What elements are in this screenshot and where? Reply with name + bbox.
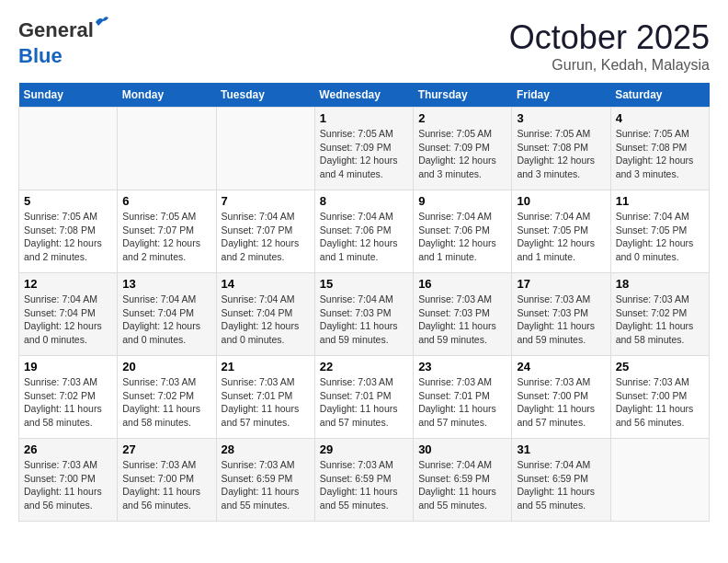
day-header-friday: Friday (512, 83, 610, 108)
calendar-cell: 29Sunrise: 7:03 AMSunset: 6:59 PMDayligh… (314, 439, 413, 522)
month-title: October 2025 (509, 18, 710, 57)
calendar-cell: 7Sunrise: 7:04 AMSunset: 7:07 PMDaylight… (216, 190, 314, 273)
cell-content: Sunrise: 7:04 AMSunset: 7:04 PMDaylight:… (222, 293, 310, 347)
cell-content: Sunrise: 7:04 AMSunset: 7:04 PMDaylight:… (24, 293, 112, 347)
calendar-cell: 4Sunrise: 7:05 AMSunset: 7:08 PMDaylight… (610, 108, 709, 190)
cell-content: Sunrise: 7:05 AMSunset: 7:08 PMDaylight:… (24, 210, 112, 264)
calendar-cell (19, 108, 118, 190)
cell-content: Sunrise: 7:03 AMSunset: 7:00 PMDaylight:… (616, 375, 704, 430)
cell-content: Sunrise: 7:03 AMSunset: 7:00 PMDaylight:… (517, 375, 605, 430)
day-number: 13 (122, 277, 210, 291)
cell-content: Sunrise: 7:04 AMSunset: 7:06 PMDaylight:… (418, 210, 506, 264)
calendar-week-row: 5Sunrise: 7:05 AMSunset: 7:08 PMDaylight… (19, 190, 710, 273)
calendar-cell: 8Sunrise: 7:04 AMSunset: 7:06 PMDaylight… (314, 190, 413, 273)
calendar-cell: 10Sunrise: 7:04 AMSunset: 7:05 PMDayligh… (512, 190, 610, 273)
calendar-cell (216, 108, 314, 190)
day-number: 12 (24, 277, 112, 291)
day-number: 31 (517, 442, 605, 456)
cell-content: Sunrise: 7:04 AMSunset: 7:07 PMDaylight:… (222, 210, 310, 264)
day-number: 7 (222, 194, 310, 208)
cell-content: Sunrise: 7:05 AMSunset: 7:07 PMDaylight:… (122, 210, 210, 264)
calendar-cell: 25Sunrise: 7:03 AMSunset: 7:00 PMDayligh… (610, 356, 709, 439)
calendar-cell: 19Sunrise: 7:03 AMSunset: 7:02 PMDayligh… (19, 356, 118, 439)
day-number: 23 (418, 360, 506, 373)
day-number: 27 (122, 442, 210, 456)
day-number: 15 (320, 277, 408, 291)
day-number: 19 (24, 360, 112, 373)
cell-content: Sunrise: 7:05 AMSunset: 7:08 PMDaylight:… (616, 127, 704, 181)
logo-bird-icon (94, 15, 110, 28)
logo: General Blue (18, 18, 94, 68)
day-number: 8 (320, 194, 408, 208)
calendar-cell: 27Sunrise: 7:03 AMSunset: 7:00 PMDayligh… (118, 439, 216, 522)
calendar-header-row: SundayMondayTuesdayWednesdayThursdayFrid… (19, 83, 710, 108)
calendar-cell: 18Sunrise: 7:03 AMSunset: 7:02 PMDayligh… (610, 273, 709, 356)
calendar-cell: 23Sunrise: 7:03 AMSunset: 7:01 PMDayligh… (414, 356, 512, 439)
day-number: 14 (222, 277, 310, 291)
cell-content: Sunrise: 7:03 AMSunset: 7:01 PMDaylight:… (320, 375, 408, 430)
day-header-wednesday: Wednesday (314, 83, 413, 108)
calendar-cell: 6Sunrise: 7:05 AMSunset: 7:07 PMDaylight… (118, 190, 216, 273)
calendar-week-row: 26Sunrise: 7:03 AMSunset: 7:00 PMDayligh… (19, 439, 710, 522)
day-number: 20 (122, 360, 210, 373)
calendar-cell: 2Sunrise: 7:05 AMSunset: 7:09 PMDaylight… (414, 108, 512, 190)
day-number: 25 (616, 360, 704, 373)
day-number: 4 (616, 111, 704, 125)
calendar-cell: 28Sunrise: 7:03 AMSunset: 6:59 PMDayligh… (216, 439, 314, 522)
day-number: 5 (24, 194, 112, 208)
calendar-cell: 3Sunrise: 7:05 AMSunset: 7:08 PMDaylight… (512, 108, 610, 190)
cell-content: Sunrise: 7:03 AMSunset: 7:02 PMDaylight:… (24, 375, 112, 430)
day-number: 21 (222, 360, 310, 373)
day-number: 2 (418, 111, 506, 125)
cell-content: Sunrise: 7:05 AMSunset: 7:09 PMDaylight:… (418, 127, 506, 181)
cell-content: Sunrise: 7:04 AMSunset: 7:06 PMDaylight:… (320, 210, 408, 264)
day-number: 26 (24, 442, 112, 456)
calendar-week-row: 19Sunrise: 7:03 AMSunset: 7:02 PMDayligh… (19, 356, 710, 439)
cell-content: Sunrise: 7:03 AMSunset: 7:02 PMDaylight:… (122, 375, 210, 430)
cell-content: Sunrise: 7:03 AMSunset: 6:59 PMDaylight:… (222, 458, 310, 512)
calendar-cell: 5Sunrise: 7:05 AMSunset: 7:08 PMDaylight… (19, 190, 118, 273)
cell-content: Sunrise: 7:04 AMSunset: 7:03 PMDaylight:… (320, 293, 408, 347)
calendar-table: SundayMondayTuesdayWednesdayThursdayFrid… (18, 83, 710, 522)
day-number: 10 (517, 194, 605, 208)
calendar-cell: 13Sunrise: 7:04 AMSunset: 7:04 PMDayligh… (118, 273, 216, 356)
day-number: 1 (320, 111, 408, 125)
cell-content: Sunrise: 7:03 AMSunset: 7:03 PMDaylight:… (517, 293, 605, 347)
day-header-sunday: Sunday (19, 83, 118, 108)
calendar-cell: 16Sunrise: 7:03 AMSunset: 7:03 PMDayligh… (414, 273, 512, 356)
day-header-saturday: Saturday (610, 83, 709, 108)
calendar-cell: 21Sunrise: 7:03 AMSunset: 7:01 PMDayligh… (216, 356, 314, 439)
cell-content: Sunrise: 7:03 AMSunset: 7:03 PMDaylight:… (418, 293, 506, 347)
calendar-cell: 17Sunrise: 7:03 AMSunset: 7:03 PMDayligh… (512, 273, 610, 356)
day-number: 17 (517, 277, 605, 291)
calendar-cell: 26Sunrise: 7:03 AMSunset: 7:00 PMDayligh… (19, 439, 118, 522)
day-number: 16 (418, 277, 506, 291)
day-number: 6 (122, 194, 210, 208)
calendar-cell: 15Sunrise: 7:04 AMSunset: 7:03 PMDayligh… (314, 273, 413, 356)
day-header-thursday: Thursday (414, 83, 512, 108)
location-title: Gurun, Kedah, Malaysia (509, 57, 710, 74)
day-number: 30 (418, 442, 506, 456)
cell-content: Sunrise: 7:04 AMSunset: 7:05 PMDaylight:… (517, 210, 605, 264)
day-number: 28 (222, 442, 310, 456)
calendar-cell: 20Sunrise: 7:03 AMSunset: 7:02 PMDayligh… (118, 356, 216, 439)
cell-content: Sunrise: 7:04 AMSunset: 7:04 PMDaylight:… (122, 293, 210, 347)
cell-content: Sunrise: 7:04 AMSunset: 6:59 PMDaylight:… (517, 458, 605, 512)
calendar-week-row: 1Sunrise: 7:05 AMSunset: 7:09 PMDaylight… (19, 108, 710, 190)
cell-content: Sunrise: 7:05 AMSunset: 7:09 PMDaylight:… (320, 127, 408, 181)
day-header-tuesday: Tuesday (216, 83, 314, 108)
cell-content: Sunrise: 7:05 AMSunset: 7:08 PMDaylight:… (517, 127, 605, 181)
calendar-cell: 22Sunrise: 7:03 AMSunset: 7:01 PMDayligh… (314, 356, 413, 439)
day-number: 9 (418, 194, 506, 208)
logo-general-text: General (18, 18, 94, 41)
day-number: 11 (616, 194, 704, 208)
cell-content: Sunrise: 7:03 AMSunset: 6:59 PMDaylight:… (320, 458, 408, 512)
calendar-cell (610, 439, 709, 522)
calendar-cell: 14Sunrise: 7:04 AMSunset: 7:04 PMDayligh… (216, 273, 314, 356)
cell-content: Sunrise: 7:04 AMSunset: 6:59 PMDaylight:… (418, 458, 506, 512)
cell-content: Sunrise: 7:03 AMSunset: 7:00 PMDaylight:… (24, 458, 112, 512)
cell-content: Sunrise: 7:03 AMSunset: 7:01 PMDaylight:… (222, 375, 310, 430)
day-number: 3 (517, 111, 605, 125)
cell-content: Sunrise: 7:03 AMSunset: 7:00 PMDaylight:… (122, 458, 210, 512)
calendar-cell: 30Sunrise: 7:04 AMSunset: 6:59 PMDayligh… (414, 439, 512, 522)
